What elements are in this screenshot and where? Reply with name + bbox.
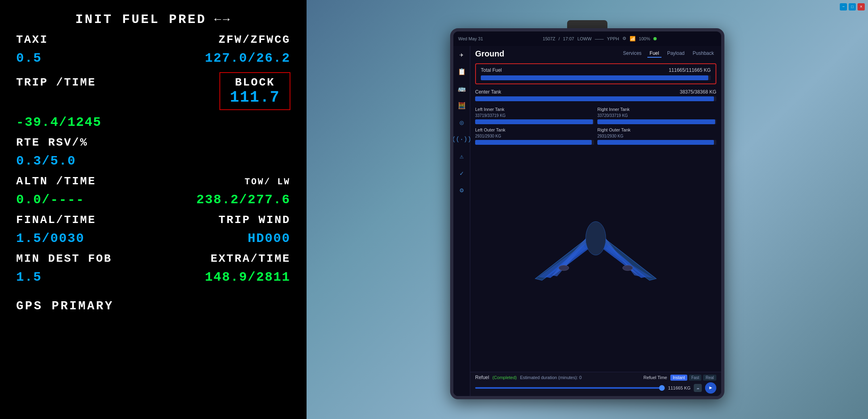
maximize-button[interactable]: □ — [849, 3, 856, 10]
zfw-label: ZFW/ZFWCG — [219, 33, 290, 46]
center-tank-bar — [475, 96, 716, 101]
svg-point-1 — [559, 265, 569, 271]
fms-arrows: ←→ — [215, 13, 232, 26]
extra-label: EXTRA/TIME — [211, 252, 290, 265]
left-inner-bar — [475, 119, 594, 124]
refuel-real-btn[interactable]: Real — [703, 375, 716, 381]
left-outer-label: Left Outer Tank — [475, 127, 594, 132]
time-z: 1507Z — [543, 36, 555, 41]
right-panel: − □ × Wed May 31 1507Z / 17:07 LOWW —— Y… — [307, 0, 868, 419]
left-outer-bar — [475, 140, 594, 145]
refuel-slider-thumb[interactable] — [659, 385, 665, 391]
refuel-slider[interactable] — [475, 387, 665, 389]
fms-row-altn: ALTN /TIME TOW/ LW — [16, 175, 290, 188]
sidebar-icon-list[interactable]: 📋 — [456, 66, 467, 77]
right-outer-tank: Right Outer Tank 2931/2930 KG — [597, 127, 716, 145]
sidebar-icon-radio[interactable]: ((·)) — [456, 134, 467, 145]
cloud-icon[interactable]: ☁ — [694, 384, 702, 392]
center-tank-bar-fill — [475, 96, 714, 101]
tripwind-label: TRIP WIND — [219, 214, 290, 226]
block-label: BLOCK — [230, 76, 280, 89]
svg-point-2 — [623, 265, 633, 271]
gps-label: GPS PRIMARY — [16, 299, 290, 313]
sidebar-icon-warning[interactable]: ⚠ — [456, 151, 467, 162]
final-label: FINAL/TIME — [16, 214, 96, 226]
total-fuel-value: 111665/111665 KG — [669, 67, 711, 73]
minimize-button[interactable]: − — [840, 3, 847, 10]
tank-grid: Left Inner Tank 33719/33719 KG Right Inn… — [475, 107, 716, 145]
total-fuel-box: Total Fuel 111665/111665 KG — [475, 63, 716, 84]
tripwind-value: HD000 — [248, 231, 290, 246]
topbar-center: 1507Z / 17:07 LOWW —— YPPH ⚙ 📶 100% — [543, 36, 657, 42]
sidebar-icon-calc[interactable]: 🧮 — [456, 100, 467, 111]
refuel-duration: Estimated duration (minutes): 0 — [520, 375, 640, 380]
altn-label: ALTN /TIME — [16, 175, 96, 188]
aircraft-svg — [483, 218, 709, 299]
tablet-topbar: Wed May 31 1507Z / 17:07 LOWW —— YPPH ⚙ … — [453, 31, 721, 46]
taxi-label: TAXI — [16, 33, 48, 46]
sidebar-icon-check[interactable]: ✓ — [456, 168, 467, 179]
svg-point-0 — [586, 221, 606, 255]
refuel-label: Refuel — [475, 375, 489, 380]
sidebar-icon-vehicle[interactable]: 🚌 — [456, 83, 467, 94]
tablet-sidebar: ✈ 📋 🚌 🧮 ◎ ((·)) ⚠ ✓ ⚙ — [453, 46, 470, 396]
refuel-instant-btn[interactable]: Instant — [670, 375, 687, 381]
origin-airport: LOWW — [577, 36, 591, 41]
close-button[interactable]: × — [858, 3, 865, 10]
wifi-icon: 📶 — [630, 36, 636, 42]
tab-services[interactable]: Services — [621, 50, 644, 58]
left-outer-tank: Left Outer Tank 2931/2930 KG — [475, 127, 594, 145]
fms-row-mindest-values: 1.5 148.9/2811 — [16, 270, 290, 285]
tablet-content: ✈ 📋 🚌 🧮 ◎ ((·)) ⚠ ✓ ⚙ Ground — [453, 46, 721, 396]
right-inner-label: Right Inner Tank — [597, 107, 716, 112]
fuel-section: Total Fuel 111665/111665 KG Center Tank — [470, 60, 721, 372]
lw-label: LW — [278, 177, 290, 187]
sidebar-icon-settings[interactable]: ⚙ — [456, 185, 467, 196]
right-outer-label: Right Outer Tank — [597, 127, 716, 132]
fms-row-trip-values: -39.4/1245 — [16, 115, 290, 130]
right-outer-value: 2931/2930 KG — [597, 134, 716, 138]
mindest-label: MIN DEST FOB — [16, 252, 112, 265]
sidebar-icon-aircraft[interactable]: ✈ — [456, 49, 467, 60]
mindest-value: 1.5 — [16, 270, 42, 285]
fms-row-taxi-values: 0.5 127.0/26.2 — [16, 51, 290, 66]
right-inner-tank: Right Inner Tank 33720/33719 KG — [597, 107, 716, 124]
right-inner-fill — [597, 119, 715, 124]
center-tank: Center Tank 38375/38368 KG — [475, 89, 716, 101]
fms-title-text: INIT FUEL PRED — [75, 12, 207, 27]
total-fuel-bar — [481, 75, 711, 80]
refuel-time-label: Refuel Time — [643, 375, 667, 380]
play-button[interactable]: ▶ — [705, 382, 716, 394]
total-fuel-row: Total Fuel 111665/111665 KG — [481, 67, 711, 73]
ground-tabs: Services Fuel Payload Pushback — [621, 50, 716, 58]
refuel-time-buttons: Instant Fast Real — [670, 375, 716, 381]
window-controls: − □ × — [840, 3, 865, 10]
trip-value: -39.4/1245 — [16, 115, 102, 130]
right-inner-value: 33720/33719 KG — [597, 113, 716, 118]
left-inner-tank: Left Inner Tank 33719/33719 KG — [475, 107, 594, 124]
tab-payload[interactable]: Payload — [665, 50, 687, 58]
tow-value: 238.2/277.6 — [196, 192, 290, 207]
aircraft-viz — [475, 149, 716, 369]
block-value: 111.7 — [230, 89, 280, 106]
fms-row-rte: RTE RSV/% — [16, 136, 290, 149]
refuel-fast-btn[interactable]: Fast — [689, 375, 701, 381]
tab-fuel[interactable]: Fuel — [647, 50, 661, 58]
tab-pushback[interactable]: Pushback — [690, 50, 716, 58]
fms-row-altn-values: 0.0/---- 238.2/277.6 — [16, 192, 290, 207]
refuel-slider-row: 111665 KG ☁ ▶ — [475, 382, 716, 394]
date-display: Wed May 31 — [458, 36, 483, 41]
right-outer-fill — [597, 140, 714, 145]
total-fuel-bar-fill — [481, 75, 708, 80]
left-inner-fill — [475, 119, 593, 124]
final-value: 1.5/0030 — [16, 231, 85, 246]
left-outer-fill — [475, 140, 592, 145]
time-local: 17:07 — [563, 36, 574, 41]
right-inner-bar — [597, 119, 716, 124]
center-tank-row: Center Tank 38375/38368 KG — [475, 89, 716, 95]
center-tank-label: Center Tank — [475, 89, 501, 95]
sidebar-icon-compass[interactable]: ◎ — [456, 117, 467, 128]
taxi-value: 0.5 — [16, 51, 42, 66]
ground-header: Ground Services Fuel Payload Pushback — [470, 46, 721, 60]
right-outer-bar — [597, 140, 716, 145]
